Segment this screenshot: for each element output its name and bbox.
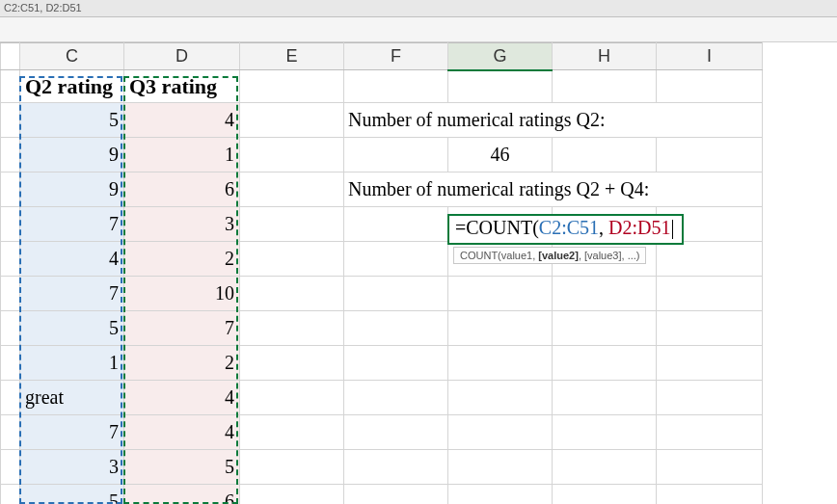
cell[interactable] xyxy=(657,450,763,485)
cell-c[interactable]: 3 xyxy=(20,450,124,485)
cell-d[interactable]: 7 xyxy=(124,311,240,346)
formula-input[interactable]: =COUNT(C2:C51, D2:D51 xyxy=(451,215,677,241)
table-row[interactable]: 5 7 xyxy=(1,311,763,346)
cell-c[interactable]: 1 xyxy=(20,346,124,381)
column-header-row[interactable]: C D E F G H I xyxy=(1,43,763,70)
cell[interactable] xyxy=(657,242,763,277)
cell[interactable] xyxy=(553,346,657,381)
cell-c[interactable]: 5 xyxy=(20,485,124,505)
cell-d[interactable]: 4 xyxy=(124,415,240,450)
cell[interactable] xyxy=(553,381,657,415)
cell-d[interactable]: 4 xyxy=(124,381,240,415)
table-row[interactable]: 4 2 xyxy=(1,242,763,277)
cell[interactable] xyxy=(657,346,763,381)
cell[interactable] xyxy=(553,450,657,485)
col-header-e[interactable]: E xyxy=(240,43,344,70)
cell-d[interactable]: 10 xyxy=(124,277,240,311)
cell[interactable] xyxy=(240,311,344,346)
cell[interactable] xyxy=(344,242,448,277)
table-row[interactable]: 7 10 xyxy=(1,277,763,311)
cell[interactable]: Number of numerical ratings Q2: xyxy=(344,103,763,138)
cell[interactable] xyxy=(448,485,553,505)
cell[interactable] xyxy=(240,103,344,138)
cell-g3[interactable]: 46 xyxy=(448,138,553,172)
cell[interactable] xyxy=(344,138,448,172)
cell[interactable] xyxy=(448,415,553,450)
cell[interactable] xyxy=(657,311,763,346)
col-header-c[interactable]: C xyxy=(20,43,124,70)
cell-c[interactable]: 7 xyxy=(20,415,124,450)
cell[interactable] xyxy=(240,70,344,103)
cell-d[interactable]: 4 xyxy=(124,103,240,138)
cell[interactable] xyxy=(657,70,763,103)
cell[interactable] xyxy=(553,70,657,103)
cell[interactable] xyxy=(553,277,657,311)
cell[interactable] xyxy=(344,70,448,103)
cell[interactable] xyxy=(344,311,448,346)
cell[interactable] xyxy=(240,277,344,311)
cell-c1[interactable]: Q2 rating xyxy=(20,70,124,103)
cell[interactable] xyxy=(657,415,763,450)
cell[interactable] xyxy=(240,415,344,450)
col-header-g[interactable]: G xyxy=(448,43,553,70)
cell[interactable] xyxy=(240,485,344,505)
table-row[interactable]: Q2 rating Q3 rating xyxy=(1,70,763,103)
cell-c[interactable]: 7 xyxy=(20,207,124,242)
cell-d[interactable]: 2 xyxy=(124,242,240,277)
table-row[interactable]: 5 4 Number of numerical ratings Q2: xyxy=(1,103,763,138)
col-header-i[interactable]: I xyxy=(657,43,763,70)
cell[interactable]: Number of numerical ratings Q2 + Q4: xyxy=(344,172,763,207)
cell[interactable] xyxy=(240,346,344,381)
col-header-h[interactable]: H xyxy=(553,43,657,70)
cell[interactable] xyxy=(553,311,657,346)
cell[interactable] xyxy=(344,277,448,311)
cell-d[interactable]: 1 xyxy=(124,138,240,172)
formula-tooltip[interactable]: COUNT(value1, [value2], [value3], ...) xyxy=(453,247,646,264)
cell[interactable] xyxy=(344,346,448,381)
table-row[interactable]: 5 6 xyxy=(1,485,763,505)
cell[interactable] xyxy=(240,138,344,172)
cell[interactable] xyxy=(344,415,448,450)
cell-d[interactable]: 6 xyxy=(124,172,240,207)
cell[interactable] xyxy=(657,381,763,415)
spreadsheet-grid[interactable]: C D E F G H I Q2 rating Q3 rating xyxy=(0,42,837,504)
cell-d[interactable]: 5 xyxy=(124,450,240,485)
cell-c[interactable]: 7 xyxy=(20,277,124,311)
cell[interactable] xyxy=(448,346,553,381)
table-row[interactable]: 3 5 xyxy=(1,450,763,485)
cell[interactable] xyxy=(344,207,448,242)
cell-d[interactable]: 2 xyxy=(124,346,240,381)
cell[interactable] xyxy=(240,450,344,485)
cell[interactable] xyxy=(553,415,657,450)
cell[interactable] xyxy=(553,485,657,505)
table-row[interactable]: 1 2 xyxy=(1,346,763,381)
col-header-f[interactable]: F xyxy=(344,43,448,70)
table-row[interactable]: great 4 xyxy=(1,381,763,415)
cell[interactable] xyxy=(657,277,763,311)
cell-c[interactable]: 5 xyxy=(20,311,124,346)
table-row[interactable]: 9 6 Number of numerical ratings Q2 + Q4: xyxy=(1,172,763,207)
cell-d[interactable]: 6 xyxy=(124,485,240,505)
cell-c[interactable]: 9 xyxy=(20,138,124,172)
cell[interactable] xyxy=(240,242,344,277)
cell[interactable] xyxy=(240,172,344,207)
cell[interactable] xyxy=(448,311,553,346)
cell[interactable] xyxy=(240,381,344,415)
cell-d[interactable]: 3 xyxy=(124,207,240,242)
cell[interactable] xyxy=(344,450,448,485)
cell[interactable] xyxy=(240,207,344,242)
cell[interactable] xyxy=(344,485,448,505)
cell-c[interactable]: 4 xyxy=(20,242,124,277)
cell-c[interactable]: 9 xyxy=(20,172,124,207)
cell[interactable] xyxy=(448,450,553,485)
cell[interactable] xyxy=(657,138,763,172)
cell[interactable] xyxy=(657,485,763,505)
cell[interactable] xyxy=(448,381,553,415)
name-box[interactable]: C2:C51, D2:D51 xyxy=(0,0,837,17)
cell-d1[interactable]: Q3 rating xyxy=(124,70,240,103)
cell-c[interactable]: great xyxy=(20,381,124,415)
cell-c[interactable]: 5 xyxy=(20,103,124,138)
table-row[interactable]: 9 1 46 xyxy=(1,138,763,172)
cell[interactable] xyxy=(344,381,448,415)
col-header-d[interactable]: D xyxy=(124,43,240,70)
